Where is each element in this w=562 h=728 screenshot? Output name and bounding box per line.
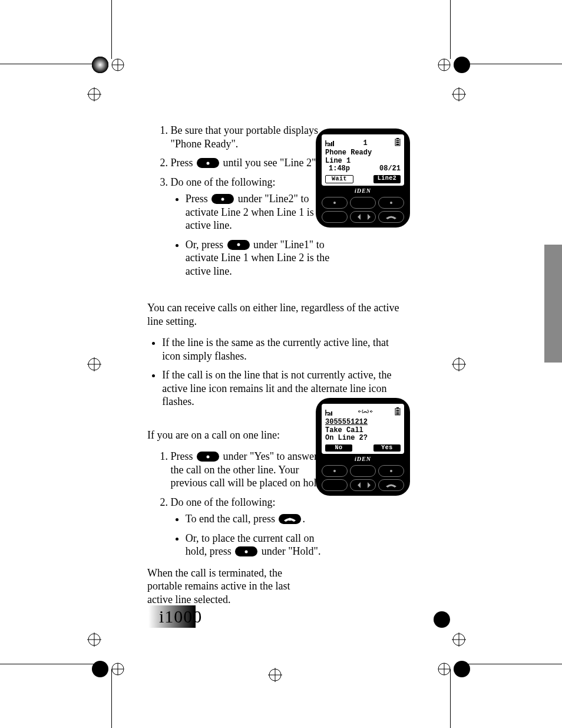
step-text: Press <box>171 157 196 169</box>
phone-body: 1 Phone Ready Line 1 1:48p 08/21 Wait Li… <box>316 129 410 228</box>
svg-marker-48 <box>368 214 371 220</box>
softkey-right: Yes <box>373 444 401 452</box>
svg-rect-54 <box>396 410 399 411</box>
svg-point-34 <box>454 661 470 677</box>
top-steps: Be sure that your portable displays "Pho… <box>147 124 330 278</box>
screen-number: 3055551212 <box>325 419 401 427</box>
model-label: i1000 <box>159 607 202 627</box>
registration-mark-icon <box>82 353 106 376</box>
screen-line: On Line 2? <box>325 434 401 443</box>
softkey-button-icon <box>211 194 234 204</box>
manual-page: Be sure that your portable displays "Pho… <box>0 0 562 728</box>
step-text: Press <box>171 450 196 462</box>
phone-hangup-key <box>378 211 404 223</box>
status-row: 1 <box>325 138 401 149</box>
softkey-button-icon <box>197 452 219 462</box>
step-3-option-1: Press under "Line2" to activate Line 2 w… <box>186 192 330 232</box>
screen-time: 1:48p <box>329 165 350 173</box>
step-2-options: To end the call, press . Or, to place th… <box>171 512 330 558</box>
option-text: To end the call, press <box>186 513 278 525</box>
step-text: Do one of the following: <box>171 176 276 188</box>
phone-illustration-incoming: 3055551212 Take Call On Line 2? No Yes i… <box>316 398 410 496</box>
page-marker-dot <box>434 611 450 628</box>
screen-line: Take Call <box>325 427 401 435</box>
svg-rect-56 <box>396 413 399 414</box>
model-footer: i1000 <box>148 605 202 628</box>
screen-date: 08/21 <box>379 165 401 173</box>
ringing-icon <box>357 408 373 418</box>
svg-marker-47 <box>358 214 361 220</box>
status-row <box>325 407 401 419</box>
svg-point-27 <box>92 661 108 677</box>
softkey-left: No <box>325 444 352 452</box>
step-2-option-2: Or, to place the current call on hold, p… <box>186 532 330 558</box>
registration-mark-icon <box>82 83 106 106</box>
phone-body: 3055551212 Take Call On Line 2? No Yes i… <box>316 398 410 496</box>
svg-point-1 <box>92 57 108 73</box>
phone-illustration-ready: 1 Phone Ready Line 1 1:48p 08/21 Wait Li… <box>316 129 410 228</box>
registration-mark-icon <box>447 83 471 106</box>
softkey-left: Wait <box>325 175 353 183</box>
svg-marker-57 <box>358 482 361 488</box>
bullet: If the line is the same as the currently… <box>162 336 406 363</box>
option-text: Or, press <box>186 239 226 251</box>
step-text: until you see "Line 2". <box>220 157 319 169</box>
hangup-button-icon <box>279 514 301 524</box>
svg-rect-41 <box>333 141 334 146</box>
softkey-button-icon <box>227 240 250 250</box>
screen-time-row: 1:48p 08/21 <box>325 165 401 173</box>
step-3-options: Press under "Line2" to activate Line 2 w… <box>171 192 330 278</box>
keypad <box>322 197 404 223</box>
step-2: Press until you see "Line 2". <box>171 156 330 170</box>
brand-label: iDEN <box>322 456 404 462</box>
step-3-option-2: Or, press under "Line1" to activate Line… <box>186 238 330 278</box>
svg-marker-58 <box>368 482 371 488</box>
bottom-steps: Press under "Yes" to answer the call on … <box>147 450 330 558</box>
option-text: Press <box>186 193 211 205</box>
registration-mark-icon <box>447 628 471 651</box>
screen-line: Line 1 <box>325 157 401 166</box>
phone-hangup-key <box>378 479 404 491</box>
svg-rect-38 <box>328 144 329 146</box>
svg-rect-46 <box>396 144 399 145</box>
paragraph: You can receive calls on either line, re… <box>147 301 406 328</box>
phone-nav-key <box>350 479 376 491</box>
phone-key <box>378 465 404 477</box>
battery-icon <box>395 138 401 149</box>
registration-mark-icon <box>263 663 287 687</box>
step-3: Do one of the following: Press under "Li… <box>171 176 330 278</box>
phone-key <box>322 197 348 209</box>
step-2-option-1: To end the call, press . <box>186 512 330 526</box>
step-text: Do one of the following: <box>171 496 276 508</box>
svg-rect-44 <box>396 140 399 141</box>
softkey-button-icon <box>235 546 257 556</box>
registration-mark-icon <box>447 353 471 376</box>
phone-key <box>350 197 376 209</box>
step-text: Be sure that your portable displays "Pho… <box>171 124 318 150</box>
registration-mark-icon <box>432 651 480 687</box>
phone-key <box>322 211 348 223</box>
keypad <box>322 465 404 491</box>
brand-label: iDEN <box>322 187 404 194</box>
svg-rect-40 <box>331 142 332 146</box>
step-1: Press under "Yes" to answer the call on … <box>171 450 330 490</box>
crop-rule <box>450 0 451 59</box>
svg-point-11 <box>454 57 470 73</box>
softkey-right: Line2 <box>373 175 401 183</box>
phone-key <box>378 197 404 209</box>
screen-line: Phone Ready <box>325 149 401 157</box>
registration-mark-icon <box>82 651 130 687</box>
svg-rect-51 <box>331 411 332 416</box>
softkey-button-icon <box>197 158 219 168</box>
battery-icon <box>395 407 401 419</box>
option-text: under "Hold". <box>259 545 320 557</box>
crop-rule <box>111 0 112 59</box>
svg-rect-55 <box>396 411 399 413</box>
step-2: Do one of the following: To end the call… <box>171 496 330 558</box>
svg-rect-39 <box>329 143 330 146</box>
phone-key <box>350 465 376 477</box>
softkey-row: No Yes <box>325 444 401 452</box>
phone-screen: 3055551212 Take Call On Line 2? No Yes <box>322 404 404 454</box>
thumb-tab <box>544 245 562 363</box>
svg-rect-45 <box>396 142 399 143</box>
